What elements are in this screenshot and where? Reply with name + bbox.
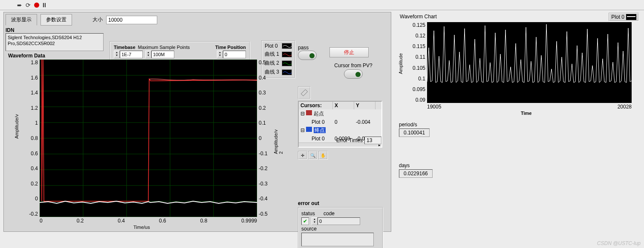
legend-row-0[interactable]: Plot 0: [263, 42, 294, 50]
right-chart[interactable]: 0.1250.120.1150.110.1050.10.0950.09 1900…: [397, 20, 636, 118]
maxpoints-label: Maximum Sample Points: [138, 45, 190, 50]
tab-params[interactable]: 参数设置: [40, 14, 72, 26]
source-input[interactable]: [301, 233, 374, 246]
cursor-nav-icon[interactable]: [298, 86, 311, 99]
r-y-axis: 0.1250.120.1150.110.1050.10.0950.09: [413, 22, 425, 103]
idn-label: IDN: [6, 27, 389, 33]
timepos-label: Time Position: [215, 45, 246, 50]
size-label: 大小: [92, 16, 103, 23]
cursor-row-0: ⊟ 起点: [299, 109, 381, 118]
days-indicator: days 0.0229166: [399, 162, 639, 178]
tab-waveform[interactable]: 波形显示: [6, 14, 37, 26]
timebase-label: Timebase: [114, 45, 136, 50]
y-axis: 1.81.61.41.210.80.60.40.20-0.2: [27, 60, 38, 217]
error-times: Error Times 13: [336, 137, 381, 144]
stop-button[interactable]: 停止: [329, 47, 369, 57]
right-chart-title: Waveform Chart: [400, 14, 639, 20]
pause-icon[interactable]: II: [43, 2, 46, 9]
right-chart-svg: [427, 22, 632, 103]
right-panel: Waveform Chart Plot 0 0.1250.120.1150.11…: [396, 12, 641, 232]
r-x-axis: 1900520028: [427, 104, 632, 110]
y-axis-label: Amplitude/v: [14, 114, 19, 139]
watermark: CSDN @USTC-lup: [597, 240, 641, 246]
plot-selector[interactable]: Plot 0: [609, 13, 639, 21]
toolbar: ➨ ⟳ II: [0, 0, 644, 10]
zoom-icon: 🔍: [308, 151, 318, 160]
y2-axis-label: Amplitude/v 2: [273, 130, 283, 154]
error-out: error out statuscode ✔ ▲▼ source: [298, 200, 383, 248]
waveform-svg: [40, 60, 257, 217]
status-check-icon: ✔: [301, 217, 309, 225]
stop-icon[interactable]: [34, 3, 39, 8]
code-input[interactable]: ▲▼: [312, 217, 360, 225]
idn-value: Siglent Technologies,SDS6204 H12 Pro,SDS…: [6, 33, 104, 51]
pass-led[interactable]: [298, 51, 317, 60]
timebase-input[interactable]: ▲▼: [114, 51, 143, 58]
maxpoints-input[interactable]: ▲▼: [145, 51, 174, 58]
x-axis-label: Time/us: [133, 225, 150, 230]
size-input[interactable]: [106, 16, 157, 24]
r-y-label: Amplitude: [398, 53, 403, 74]
waveform-chart[interactable]: 1.81.61.41.210.80.60.40.20-0.2 0.50.40.3…: [6, 60, 291, 230]
x-axis: 00.20.40.60.80.9999: [40, 218, 257, 224]
y-axis-2: 0.50.40.30.20.10-0.1-0.2-0.3-0.4-0.5: [259, 60, 270, 217]
cursor-row-1: ⊟ 终点: [299, 126, 381, 135]
timepos-input[interactable]: ▲▼: [217, 51, 246, 58]
graph-palette[interactable]: ✛ 🔍 ✋: [298, 151, 383, 160]
pass-label: pass: [298, 45, 317, 51]
cursor-pv-led[interactable]: [344, 69, 363, 79]
r-x-label: Time: [521, 111, 531, 116]
cursor-pv-label: Cursor from PV?: [323, 63, 383, 68]
run-icon[interactable]: ➨: [17, 2, 22, 9]
crosshair-icon: ✛: [298, 151, 307, 160]
left-panel: 波形显示 参数设置 大小 IDN Siglent Technologies,SD…: [3, 12, 391, 232]
legend-row-1[interactable]: 曲线 1: [263, 50, 294, 59]
pan-icon: ✋: [318, 151, 328, 160]
loop-icon[interactable]: ⟳: [26, 2, 31, 9]
svg-rect-17: [301, 89, 307, 96]
period-indicator: period/s 0.100041: [399, 122, 639, 137]
